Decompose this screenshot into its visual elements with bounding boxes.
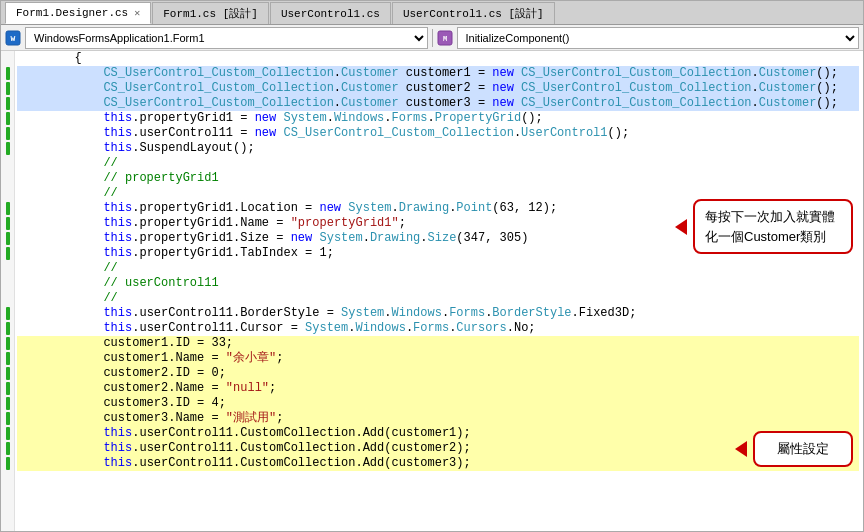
code-line: customer3.Name = "測試用"; <box>17 411 859 426</box>
tab-form1-cs-label: Form1.cs [設計] <box>163 6 258 21</box>
gutter-line <box>1 321 15 336</box>
gutter-line <box>1 441 15 456</box>
gutter-line <box>1 306 15 321</box>
main-window: Form1.Designer.cs ✕ Form1.cs [設計] UserCo… <box>0 0 864 532</box>
svg-text:M: M <box>442 35 446 43</box>
code-line: { <box>17 51 859 66</box>
code-line: // propertyGrid1 <box>17 171 859 186</box>
gutter-line <box>1 51 15 66</box>
gutter-line <box>1 396 15 411</box>
gutter-line <box>1 201 15 216</box>
code-line: // <box>17 156 859 171</box>
code-line: customer1.Name = "余小章"; <box>17 351 859 366</box>
main-area: { CS_UserControl_Custom_Collection.Custo… <box>1 51 863 531</box>
tab-form1-cs[interactable]: Form1.cs [設計] <box>152 2 269 24</box>
gutter-line <box>1 291 15 306</box>
gutter-line <box>1 156 15 171</box>
tab-form1-designer-label: Form1.Designer.cs <box>16 7 128 19</box>
gutter-line <box>1 426 15 441</box>
class-dropdown[interactable]: WindowsFormsApplication1.Form1 <box>25 27 428 49</box>
method-icon: M <box>437 30 453 46</box>
tab-bar: Form1.Designer.cs ✕ Form1.cs [設計] UserCo… <box>1 1 863 25</box>
code-line: this.userControl11.CustomCollection.Add(… <box>17 426 859 441</box>
tab-usercontrol1-designer[interactable]: UserControl1.cs [設計] <box>392 2 555 24</box>
gutter-line <box>1 411 15 426</box>
code-line: this.userControl11.CustomCollection.Add(… <box>17 456 859 471</box>
gutter-line <box>1 96 15 111</box>
gutter-line <box>1 351 15 366</box>
gutter-line <box>1 231 15 246</box>
code-line: // <box>17 261 859 276</box>
code-line: // <box>17 291 859 306</box>
code-line: customer2.ID = 0; <box>17 366 859 381</box>
code-line: this.userControl11.CustomCollection.Add(… <box>17 441 859 456</box>
wf-icon: W <box>5 30 21 46</box>
code-line: this.propertyGrid1 = new System.Windows.… <box>17 111 859 126</box>
gutter-line <box>1 111 15 126</box>
code-line: this.userControl11 = new CS_UserControl_… <box>17 126 859 141</box>
gutter-line <box>1 366 15 381</box>
gutter-line <box>1 276 15 291</box>
code-line: this.userControl11.Cursor = System.Windo… <box>17 321 859 336</box>
code-line: // userControl11 <box>17 276 859 291</box>
svg-text:W: W <box>11 34 16 43</box>
code-line: customer3.ID = 4; <box>17 396 859 411</box>
tab-form1-designer[interactable]: Form1.Designer.cs ✕ <box>5 2 151 24</box>
gutter-marks <box>1 51 15 471</box>
code-line: customer1.ID = 33; <box>17 336 859 351</box>
gutter-line <box>1 66 15 81</box>
close-icon[interactable]: ✕ <box>134 7 140 19</box>
code-line: this.SuspendLayout(); <box>17 141 859 156</box>
code-editor[interactable]: { CS_UserControl_Custom_Collection.Custo… <box>15 51 863 531</box>
gutter-line <box>1 336 15 351</box>
code-line: CS_UserControl_Custom_Collection.Custome… <box>17 81 859 96</box>
gutter <box>1 51 15 531</box>
tab-usercontrol1-cs-label: UserControl1.cs <box>281 8 380 20</box>
toolbar-separator <box>432 29 433 47</box>
gutter-line <box>1 126 15 141</box>
toolbar: W WindowsFormsApplication1.Form1 M Initi… <box>1 25 863 51</box>
tab-usercontrol1-designer-label: UserControl1.cs [設計] <box>403 6 544 21</box>
gutter-line <box>1 81 15 96</box>
gutter-line <box>1 261 15 276</box>
method-dropdown[interactable]: InitializeComponent() <box>457 27 860 49</box>
callout-property: 屬性設定 <box>753 431 853 467</box>
code-content: { CS_UserControl_Custom_Collection.Custo… <box>15 51 863 471</box>
code-line: CS_UserControl_Custom_Collection.Custome… <box>17 66 859 81</box>
code-line: CS_UserControl_Custom_Collection.Custome… <box>17 96 859 111</box>
gutter-line <box>1 246 15 261</box>
code-line: customer2.Name = "null"; <box>17 381 859 396</box>
gutter-line <box>1 216 15 231</box>
gutter-line <box>1 456 15 471</box>
gutter-line <box>1 186 15 201</box>
gutter-line <box>1 381 15 396</box>
gutter-line <box>1 171 15 186</box>
gutter-line <box>1 141 15 156</box>
code-line: this.userControl11.BorderStyle = System.… <box>17 306 859 321</box>
callout-instantiate: 每按下一次加入就實體化一個Customer類別 <box>693 199 853 254</box>
tab-usercontrol1-cs[interactable]: UserControl1.cs <box>270 2 391 24</box>
